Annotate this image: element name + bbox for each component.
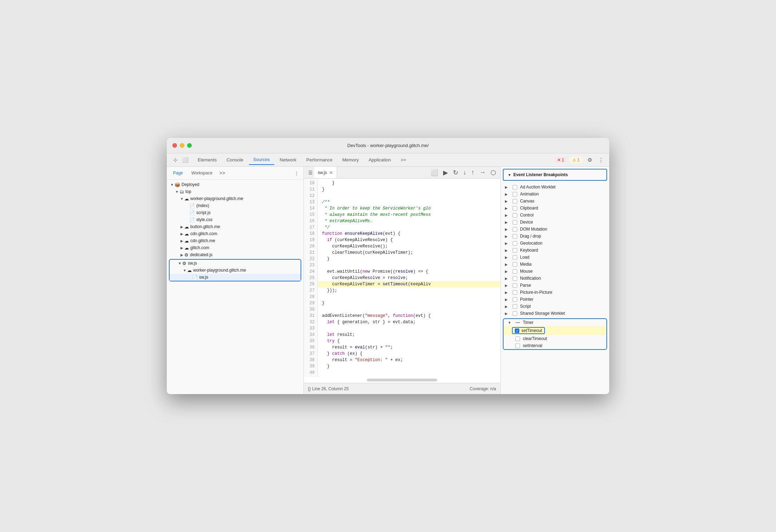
bp-item-shared-storage[interactable]: ▶ Shared Storage Worklet xyxy=(501,310,609,317)
sidebar-tab-workspace[interactable]: Workspace xyxy=(188,169,216,177)
tree-item-index[interactable]: 📄 (index) xyxy=(167,202,303,209)
tree-item-deployed[interactable]: ▼ 📦 Deployed xyxy=(167,181,303,188)
bp-checkbox[interactable] xyxy=(513,304,517,309)
tab-memory[interactable]: Memory xyxy=(338,155,363,165)
bp-item-notification[interactable]: ▶ Notification xyxy=(501,275,609,282)
bp-checkbox[interactable] xyxy=(513,276,517,281)
bp-checkbox-settimeout[interactable]: ✓ xyxy=(515,328,519,333)
bp-checkbox[interactable] xyxy=(513,297,517,302)
scrollbar-thumb[interactable] xyxy=(367,379,437,381)
bp-item-device[interactable]: ▶ Device xyxy=(501,219,609,226)
tab-console[interactable]: Console xyxy=(222,155,248,165)
bp-checkbox[interactable] xyxy=(513,262,517,267)
maximize-button[interactable] xyxy=(187,143,192,148)
toolbar-step-into-icon[interactable]: ↓ xyxy=(462,168,468,177)
bp-item-parse[interactable]: ▶ Parse xyxy=(501,282,609,289)
bp-checkbox[interactable] xyxy=(513,234,517,239)
horizontal-scrollbar[interactable] xyxy=(304,377,500,383)
sidebar-tab-page[interactable]: Page xyxy=(170,169,186,177)
bp-item-geolocation[interactable]: ▶ Geolocation xyxy=(501,240,609,247)
bp-item-control[interactable]: ▶ Control xyxy=(501,212,609,219)
editor-tab-swjs[interactable]: sw.js ✕ xyxy=(314,167,337,178)
tree-item-swjs-file[interactable]: 📄 sw.js xyxy=(170,274,301,281)
tree-item-worker-playground[interactable]: ▼ ☁ worker-playground.glitch.me xyxy=(167,195,303,202)
tree-item-worker-playground2[interactable]: ▼ ☁ worker-playground.glitch.me xyxy=(170,267,301,274)
bp-item-timer[interactable]: ▼ — Timer xyxy=(504,319,606,326)
bp-checkbox[interactable] xyxy=(513,290,517,295)
bp-checkbox-timer[interactable]: — xyxy=(515,320,520,325)
tab-more[interactable]: >> xyxy=(396,155,410,165)
tree-item-scriptjs[interactable]: 📄 script.js xyxy=(167,209,303,216)
toolbar-step-over-icon[interactable]: ↻ xyxy=(452,168,460,177)
error-badge[interactable]: ✕ 1 xyxy=(554,157,567,163)
sidebar-action-btn[interactable]: ⋮ xyxy=(292,169,301,177)
tree-item-swjs[interactable]: ▼ ⚙ sw.js xyxy=(170,260,301,267)
bp-checkbox[interactable] xyxy=(513,241,517,246)
tree-item-cdn-glitch-com[interactable]: ▶ ☁ cdn.glitch.com xyxy=(167,230,303,237)
sidebar-tab-more[interactable]: >> xyxy=(218,169,226,177)
bp-item-keyboard[interactable]: ▶ Keyboard xyxy=(501,247,609,254)
warn-badge[interactable]: ⚠ 1 xyxy=(570,157,583,163)
bp-checkbox[interactable] xyxy=(513,213,517,218)
bp-checkbox[interactable] xyxy=(513,185,517,189)
toolbar-step-out-icon[interactable]: ↑ xyxy=(470,168,476,177)
js-file-icon: 📄 xyxy=(192,275,198,280)
tab-elements[interactable]: Elements xyxy=(193,155,221,165)
toolbar-expand-icon[interactable]: ⬜ xyxy=(429,168,440,177)
bp-checkbox[interactable] xyxy=(513,311,517,316)
toolbar-step-icon[interactable]: → xyxy=(478,168,487,177)
bp-checkbox[interactable] xyxy=(513,227,517,232)
format-button[interactable]: {} Line 26, Column 25 xyxy=(308,386,349,391)
bp-item-ad-auction[interactable]: ▶ Ad Auction Worklet xyxy=(501,184,609,191)
bp-item-pointer[interactable]: ▶ Pointer xyxy=(501,296,609,303)
bp-checkbox[interactable] xyxy=(513,269,517,274)
bp-item-drag-drop[interactable]: ▶ Drag / drop xyxy=(501,233,609,240)
bp-checkbox[interactable] xyxy=(513,192,517,197)
device-icon[interactable]: ⬜ xyxy=(181,156,189,164)
bp-item-cleartimeout[interactable]: clearTimeout xyxy=(504,335,606,342)
settings-icon[interactable]: ⚙ xyxy=(585,156,594,164)
tab-application[interactable]: Application xyxy=(364,155,395,165)
bp-checkbox[interactable] xyxy=(513,283,517,288)
bp-checkbox-cleartimeout[interactable] xyxy=(515,337,520,341)
bp-checkbox[interactable] xyxy=(513,220,517,225)
tree-item-stylecss[interactable]: 📄 style.css xyxy=(167,216,303,223)
tree-item-button-glitch[interactable]: ▶ ☁ button.glitch.me xyxy=(167,223,303,230)
inspect-icon[interactable]: ⊹ xyxy=(171,156,179,164)
timer-group: ▼ — Timer ✓ setTimeout clearT xyxy=(503,318,607,350)
more-icon[interactable]: ⋮ xyxy=(597,156,605,164)
toolbar-resume-icon[interactable]: ▶ xyxy=(442,168,449,177)
bp-label: Load xyxy=(520,255,530,260)
bp-item-script[interactable]: ▶ Script xyxy=(501,303,609,310)
bp-checkbox[interactable] xyxy=(513,199,517,204)
bp-item-canvas[interactable]: ▶ Canvas xyxy=(501,198,609,205)
bp-item-animation[interactable]: ▶ Animation xyxy=(501,191,609,198)
bp-item-load[interactable]: ▶ Load xyxy=(501,254,609,261)
tab-sources[interactable]: Sources xyxy=(249,155,274,165)
bp-checkbox-setinterval[interactable] xyxy=(515,344,520,348)
bp-item-dom-mutation[interactable]: ▶ DOM Mutation xyxy=(501,226,609,233)
tree-item-top[interactable]: ▼ 🗂 top xyxy=(167,188,303,195)
tree-item-dedicatedjs[interactable]: ▶ ⚙ dedicated.js xyxy=(167,251,303,258)
bp-checkbox[interactable] xyxy=(513,206,517,211)
close-button[interactable] xyxy=(172,143,177,148)
tab-network[interactable]: Network xyxy=(276,155,301,165)
bp-checkbox[interactable] xyxy=(513,248,517,253)
bp-item-settimeout[interactable]: ✓ setTimeout xyxy=(504,326,606,335)
bp-item-setinterval[interactable]: setInterval xyxy=(504,342,606,349)
code-editor[interactable]: 10 11 12 13 14 15 16 17 18 19 20 21 22 2… xyxy=(304,179,500,377)
bp-checkbox[interactable] xyxy=(513,255,517,260)
bp-item-mouse[interactable]: ▶ Mouse xyxy=(501,268,609,275)
bp-item-clipboard[interactable]: ▶ Clipboard xyxy=(501,205,609,212)
code-line: } xyxy=(318,363,500,370)
minimize-button[interactable] xyxy=(180,143,184,148)
editor-tab-close[interactable]: ✕ xyxy=(329,170,333,175)
tree-item-cdn-glitch-me[interactable]: ▶ ☁ cdn.glitch.me xyxy=(167,237,303,244)
tab-performance[interactable]: Performance xyxy=(302,155,336,165)
sidebar-toggle-icon[interactable]: ☰ xyxy=(307,169,314,177)
bp-item-media[interactable]: ▶ Media xyxy=(501,261,609,268)
breakpoints-header[interactable]: ▼ Event Listener Breakpoints xyxy=(503,169,607,181)
toolbar-deactivate-icon[interactable]: ⬡ xyxy=(489,168,498,177)
bp-item-pip[interactable]: ▶ Picture-in-Picture xyxy=(501,289,609,296)
tree-item-glitch-com[interactable]: ▶ ☁ glitch.com xyxy=(167,244,303,251)
